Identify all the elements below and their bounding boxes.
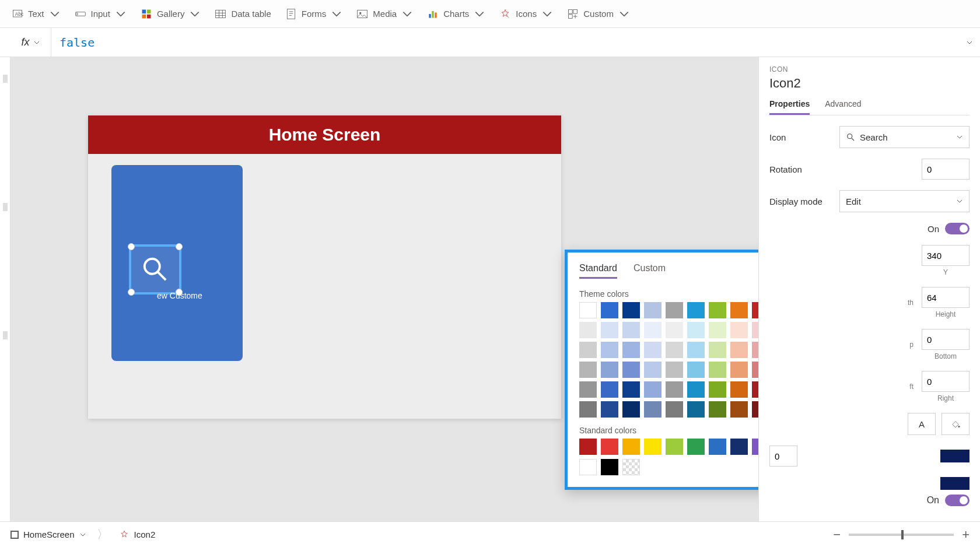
resize-handle-tr[interactable] — [176, 243, 183, 250]
color-swatch[interactable] — [687, 342, 705, 358]
color-swatch[interactable] — [644, 381, 662, 398]
color-swatch[interactable] — [622, 459, 640, 475]
tab-advanced[interactable]: Advanced — [825, 99, 861, 115]
toolbar-datatable-button[interactable]: Data table — [209, 5, 276, 23]
font-button[interactable]: A — [908, 413, 936, 435]
color-swatch[interactable] — [666, 302, 683, 318]
color-swatch[interactable] — [622, 401, 640, 418]
icon-picker[interactable]: Search — [839, 126, 970, 148]
y-input[interactable] — [922, 245, 970, 266]
color-swatch[interactable] — [730, 342, 748, 358]
color-swatch[interactable] — [687, 439, 705, 455]
color-swatch[interactable] — [752, 439, 758, 455]
color-swatch[interactable] — [730, 302, 748, 318]
color-swatch[interactable] — [622, 342, 640, 358]
color-swatch[interactable] — [752, 322, 758, 338]
color-swatch[interactable] — [666, 362, 683, 378]
color-swatch[interactable] — [579, 459, 597, 475]
rotation-input[interactable] — [922, 159, 970, 180]
toolbar-input-button[interactable]: Input — [69, 5, 132, 23]
color-swatch[interactable] — [730, 362, 748, 378]
bottom-input[interactable] — [922, 329, 970, 350]
color-swatch[interactable] — [709, 342, 726, 358]
color-swatch[interactable] — [666, 381, 683, 398]
color-swatch[interactable] — [579, 322, 597, 338]
canvas[interactable]: Home Screen ew Custome Standard C — [10, 57, 758, 541]
color-swatch[interactable] — [579, 439, 597, 455]
color-swatch[interactable] — [687, 322, 705, 338]
color-swatch[interactable] — [601, 439, 618, 455]
toolbar-gallery-button[interactable]: Gallery — [135, 5, 207, 23]
color-swatch[interactable] — [622, 322, 640, 338]
color-swatch[interactable] — [579, 362, 597, 378]
color-swatch[interactable] — [644, 302, 662, 318]
color-swatch[interactable] — [601, 342, 618, 358]
color-swatch[interactable] — [601, 322, 618, 338]
color-swatch[interactable] — [666, 401, 683, 418]
rail-stub[interactable] — [3, 331, 8, 339]
color-swatch[interactable] — [752, 342, 758, 358]
formula-property-stub[interactable] — [0, 28, 10, 57]
color-swatch-2[interactable] — [940, 477, 970, 490]
color-swatch[interactable] — [687, 381, 705, 398]
color-swatch[interactable] — [730, 381, 748, 398]
zoom-slider[interactable] — [849, 534, 954, 536]
focus-toggle[interactable] — [945, 495, 970, 506]
formula-input[interactable]: false — [51, 28, 980, 57]
color-swatch[interactable] — [579, 401, 597, 418]
toolbar-charts-button[interactable]: Charts — [421, 5, 491, 23]
color-swatch-1[interactable] — [940, 450, 970, 462]
fill-button[interactable] — [942, 413, 970, 435]
color-swatch[interactable] — [752, 381, 758, 398]
app-screen[interactable]: Home Screen ew Custome — [88, 115, 561, 419]
rail-stub[interactable] — [3, 203, 8, 211]
toolbar-text-button[interactable]: Abc Text — [6, 5, 66, 23]
color-swatch[interactable] — [601, 459, 618, 475]
breadcrumb-screen[interactable]: HomeScreen — [10, 530, 86, 539]
color-swatch[interactable] — [579, 302, 597, 318]
color-swatch[interactable] — [687, 401, 705, 418]
color-swatch[interactable] — [709, 401, 726, 418]
color-swatch[interactable] — [730, 322, 748, 338]
color-swatch[interactable] — [601, 401, 618, 418]
displaymode-select[interactable]: Edit — [839, 190, 970, 212]
color-tab-standard[interactable]: Standard — [579, 263, 617, 279]
color-swatch[interactable] — [579, 381, 597, 398]
toolbar-media-button[interactable]: Media — [351, 5, 419, 23]
toolbar-custom-button[interactable]: Custom — [561, 5, 636, 23]
color-swatch[interactable] — [730, 401, 748, 418]
fx-button[interactable]: fx — [10, 28, 51, 57]
color-swatch[interactable] — [644, 362, 662, 378]
resize-handle-bl[interactable] — [128, 289, 135, 296]
color-tab-custom[interactable]: Custom — [634, 263, 666, 279]
color-swatch[interactable] — [687, 362, 705, 378]
control-name[interactable]: Icon2 — [769, 76, 970, 91]
zoom-in-button[interactable]: + — [962, 527, 970, 542]
color-swatch[interactable] — [601, 381, 618, 398]
color-swatch[interactable] — [666, 342, 683, 358]
color-swatch[interactable] — [601, 302, 618, 318]
color-swatch[interactable] — [644, 322, 662, 338]
color-swatch[interactable] — [644, 342, 662, 358]
color-swatch[interactable] — [709, 302, 726, 318]
selected-icon-control[interactable]: ew Custome — [129, 244, 181, 294]
top-input[interactable] — [922, 371, 970, 392]
color-swatch[interactable] — [622, 439, 640, 455]
color-swatch[interactable] — [622, 381, 640, 398]
resize-handle-tl[interactable] — [128, 243, 135, 250]
color-swatch[interactable] — [709, 439, 726, 455]
color-swatch[interactable] — [644, 401, 662, 418]
color-swatch[interactable] — [601, 362, 618, 378]
color-swatch[interactable] — [752, 362, 758, 378]
border-width-input[interactable] — [769, 446, 797, 467]
color-swatch[interactable] — [752, 401, 758, 418]
color-swatch[interactable] — [622, 302, 640, 318]
color-swatch[interactable] — [622, 362, 640, 378]
rail-stub[interactable] — [3, 75, 8, 83]
color-swatch[interactable] — [666, 322, 683, 338]
blue-card[interactable]: ew Custome — [111, 165, 243, 361]
color-swatch[interactable] — [752, 302, 758, 318]
chevron-down-icon[interactable] — [966, 39, 973, 46]
tab-properties[interactable]: Properties — [769, 99, 810, 115]
color-swatch[interactable] — [709, 322, 726, 338]
